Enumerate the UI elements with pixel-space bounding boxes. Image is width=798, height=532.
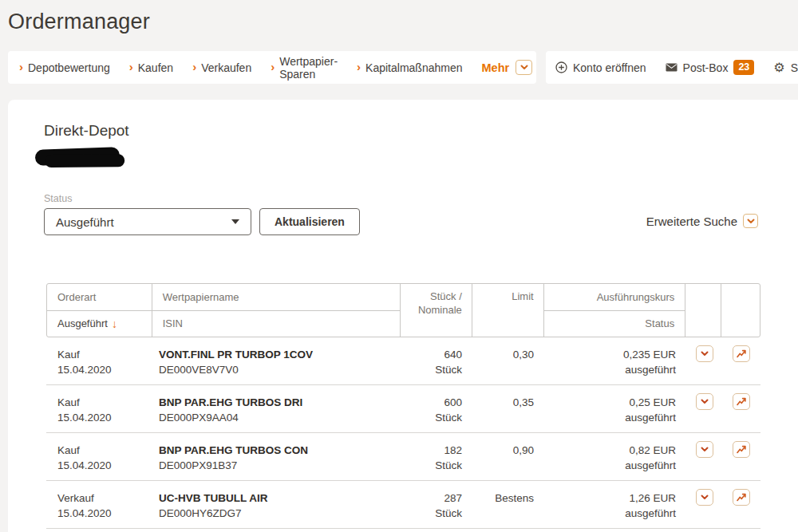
orders-table: Orderart Ausgeführt ↓ Wertpapiername ISI… — [46, 283, 760, 529]
limit-cell: 0,90 — [472, 433, 544, 480]
order-type-cell: Kauf15.04.2020 — [46, 385, 152, 432]
header-empty-details — [685, 284, 721, 337]
utility-nav: Konto eröffnen Post-Box 23 ⚙ Service — [546, 51, 798, 84]
nav-item-label: Verkaufen — [201, 61, 251, 74]
chevron-right-icon: › — [129, 61, 133, 73]
postbox-label: Post-Box — [683, 61, 729, 74]
security-cell: UC-HVB TUBULL AIRDE000HY6ZDG7 — [152, 481, 401, 528]
gear-icon: ⚙ — [773, 61, 784, 74]
header-sort-ausgefuehrt[interactable]: Ausgeführt ↓ — [47, 311, 152, 337]
chevron-down-icon[interactable] — [743, 214, 758, 228]
trend-chart-icon — [737, 493, 746, 502]
page-title: Ordermanager — [8, 10, 150, 34]
table-row: Kauf15.04.2020 VONT.FINL PR TURBOP 1COVD… — [46, 337, 760, 385]
nav-item-depotbewertung[interactable]: › Depotbewertung — [19, 61, 110, 74]
header-isin: ISIN — [152, 311, 400, 337]
price-status-cell: 0,82 EURausgeführt — [544, 433, 686, 480]
chevron-right-icon: › — [357, 61, 361, 73]
price-status-cell: 0,25 EURausgeführt — [544, 385, 686, 432]
advanced-search-label: Erweiterte Suche — [646, 215, 737, 228]
header-empty-chart — [721, 284, 760, 337]
header-limit: Limit — [472, 284, 544, 337]
header-ausfuehrungskurs: Ausführungskurs — [544, 284, 685, 311]
chevron-down-icon[interactable] — [516, 60, 532, 75]
row-chart-button[interactable] — [733, 441, 750, 458]
price-status-cell: 1,26 EURausgeführt — [544, 481, 686, 528]
trend-chart-icon — [737, 349, 746, 358]
caret-down-icon — [231, 219, 239, 224]
open-account-label: Konto eröffnen — [573, 61, 646, 74]
chevron-down-icon — [701, 495, 709, 500]
security-cell: BNP PAR.EHG TURBOS CONDE000PX91B37 — [152, 433, 401, 480]
depot-title: Direkt-Depot — [44, 122, 129, 140]
service-label: Service — [791, 61, 798, 74]
nav-more-label: Mehr — [481, 61, 509, 74]
nav-item-kaufen[interactable]: › Kaufen — [129, 61, 173, 74]
sort-label: Ausgeführt — [57, 317, 108, 329]
limit-cell: Bestens — [472, 481, 544, 528]
sort-arrow-down-icon: ↓ — [112, 317, 117, 330]
envelope-icon — [666, 63, 678, 72]
trend-chart-icon — [737, 397, 746, 406]
advanced-search[interactable]: Erweiterte Suche — [646, 214, 758, 228]
quantity-cell: 600Stück — [401, 385, 472, 432]
row-expand-button[interactable] — [696, 345, 713, 362]
row-chart-button[interactable] — [733, 393, 750, 410]
quantity-cell: 287Stück — [401, 481, 472, 528]
order-type-cell: Kauf15.04.2020 — [46, 337, 152, 384]
header-status: Status — [544, 311, 685, 337]
postbox-link[interactable]: Post-Box 23 — [666, 60, 755, 75]
service-link[interactable]: ⚙ Service — [773, 61, 798, 74]
row-chart-button[interactable] — [733, 489, 750, 506]
nav-item-kapitalmassnahmen[interactable]: › Kapitalmaßnahmen — [357, 61, 462, 74]
chevron-right-icon: › — [192, 61, 196, 73]
header-wertpapiername: Wertpapiername — [152, 284, 400, 311]
row-chart-button[interactable] — [733, 345, 750, 362]
status-filter-value: Ausgeführt — [56, 215, 114, 229]
depot-card: Direkt-Depot Status Ausgeführt Aktualisi… — [8, 100, 798, 532]
table-row: Kauf15.04.2020 BNP PAR.EHG TURBOS DRIDE0… — [46, 385, 760, 433]
table-row: Kauf15.04.2020 BNP PAR.EHG TURBOS CONDE0… — [46, 433, 760, 481]
status-filter-label: Status — [44, 193, 72, 204]
price-status-cell: 0,235 EURausgeführt — [544, 337, 686, 384]
security-cell: VONT.FINL PR TURBOP 1COVDE000VE8V7V0 — [152, 337, 401, 384]
plus-circle-icon — [555, 61, 567, 73]
row-expand-button[interactable] — [696, 393, 713, 410]
security-cell: BNP PAR.EHG TURBOS DRIDE000PX9AA04 — [152, 385, 401, 432]
header-orderart: Orderart — [47, 284, 152, 311]
nav-item-label: Kaufen — [138, 61, 173, 74]
open-account-link[interactable]: Konto eröffnen — [555, 61, 646, 74]
trend-chart-icon — [737, 445, 746, 454]
quantity-cell: 182Stück — [401, 433, 472, 480]
nav-more[interactable]: Mehr — [481, 60, 532, 75]
redacted-account-number — [35, 147, 120, 166]
nav-item-verkaufen[interactable]: › Verkaufen — [192, 61, 251, 74]
main-nav: › Depotbewertung › Kaufen › Verkaufen › … — [8, 51, 536, 84]
row-expand-button[interactable] — [696, 441, 713, 458]
nav-item-label: Kapitalmaßnahmen — [365, 61, 462, 74]
header-stueck-nominale: Stück / Nominale — [401, 284, 472, 337]
order-type-cell: Kauf15.04.2020 — [46, 433, 152, 480]
nav-item-label: Wertpapier-Sparen — [279, 55, 338, 81]
chevron-right-icon: › — [271, 61, 275, 73]
nav-item-label: Depotbewertung — [28, 61, 110, 74]
chevron-down-icon — [701, 447, 709, 452]
order-type-cell: Verkauf15.04.2020 — [46, 481, 152, 528]
orders-table-header: Orderart Ausgeführt ↓ Wertpapiername ISI… — [46, 283, 760, 337]
chevron-down-icon — [701, 351, 709, 357]
limit-cell: 0,35 — [472, 385, 544, 432]
status-filter-select[interactable]: Ausgeführt — [44, 208, 251, 235]
limit-cell: 0,30 — [472, 337, 544, 384]
row-expand-button[interactable] — [696, 489, 713, 506]
quantity-cell: 640Stück — [401, 337, 472, 384]
postbox-unread-badge: 23 — [733, 60, 754, 75]
chevron-right-icon: › — [19, 61, 23, 73]
chevron-down-icon — [701, 399, 709, 404]
nav-item-wertpapier-sparen[interactable]: › Wertpapier-Sparen — [271, 55, 338, 81]
table-row: Verkauf15.04.2020 UC-HVB TUBULL AIRDE000… — [46, 481, 760, 529]
refresh-button[interactable]: Aktualisieren — [259, 208, 360, 235]
